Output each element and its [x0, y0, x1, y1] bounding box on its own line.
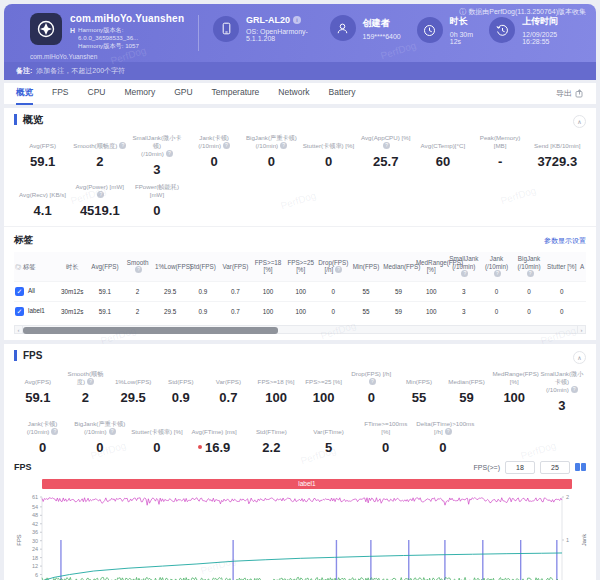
info-icon[interactable]: ?: [280, 142, 287, 149]
fps-stats-row2: Jank(卡顿)(/10min)?0BigJank(严重卡顿)(/10min)?…: [14, 420, 586, 455]
info-icon[interactable]: ?: [369, 378, 376, 385]
remark-label: 备注:: [16, 67, 32, 74]
remark-placeholder: 添加备注，不超过200个字符: [36, 67, 125, 74]
tab-cpu[interactable]: CPU: [88, 82, 106, 105]
info-icon[interactable]: ?: [119, 142, 126, 149]
stat-ftime>=100ms-%-: FTime>=100ms [%]0: [357, 420, 414, 455]
stat-medrange-fps-%-: MedRange(FPS)[%]100: [490, 370, 538, 413]
info-icon[interactable]: ?: [87, 378, 94, 385]
tab-概览[interactable]: 概览: [16, 82, 33, 105]
history-clock-icon: [489, 17, 515, 43]
info-icon[interactable]: ?: [335, 266, 342, 273]
stat-median-fps-: Median(FPS)59: [443, 370, 491, 413]
stat-avg-ctemp-c-: Avg(CTemp)[°C]60: [414, 134, 471, 177]
svg-text:FPS: FPS: [16, 534, 22, 545]
duration-value: 0h 30m 12s: [450, 31, 473, 45]
stat-stutter-%-: Stutter(卡顿率) [%]0: [128, 420, 185, 455]
info-icon[interactable]: ?: [109, 428, 116, 435]
stat-smooth-: Smooth(顺畅度)?2: [71, 134, 128, 177]
fps-line-chart[interactable]: 0612182430364248546101200:0001:3603:1204…: [14, 491, 594, 580]
info-icon[interactable]: ?: [445, 428, 452, 435]
overview-collapse-button[interactable]: ∧: [573, 115, 586, 128]
header-divider: [198, 15, 199, 51]
svg-text:61: 61: [32, 494, 38, 500]
creator-value: 159****6400: [363, 33, 401, 40]
fps-card: FPS ∧ Avg(FPS)59.1Smooth(顺畅度)?21%Low(FPS…: [4, 344, 596, 580]
info-icon[interactable]: ?: [494, 270, 501, 277]
device-info-icon[interactable]: i: [293, 16, 301, 24]
stat-avg-recv-kb-s-: Avg(Recv) [KB/s]4.1: [14, 183, 71, 218]
column-header-5: Std(FPS): [187, 252, 220, 281]
info-icon[interactable]: ?: [461, 270, 468, 277]
svg-text:54: 54: [32, 503, 38, 509]
column-header-13: SmallJank (/10min)?: [448, 252, 481, 281]
scroll-left-icon[interactable]: ‹: [14, 325, 23, 334]
tab-memory[interactable]: Memory: [124, 82, 155, 105]
svg-text:18: 18: [32, 554, 38, 560]
table-row-label1: ✓label130m12s59.1229.50.90.7100100055591…: [14, 301, 586, 321]
column-header-10: Min(FPS): [350, 252, 383, 281]
harmony-icon: H: [70, 27, 75, 50]
row-checkbox[interactable]: ✓: [15, 287, 24, 296]
creator-block: 创建者 159****6400: [330, 15, 401, 41]
stat-fpower-mw-: FPower(帧能耗) [mW]0: [128, 183, 185, 218]
svg-text:Jank: Jank: [581, 533, 587, 545]
overview-stats-row2: Avg(Recv) [KB/s]4.1Avg(Power) [mW]?4519.…: [14, 183, 586, 218]
fps-threshold-input-1[interactable]: [505, 461, 535, 474]
stat-send-kb-10min-: Send [KB/10min]3729.3: [529, 134, 586, 177]
app-name: com.miHoYo.Yuanshen: [70, 13, 184, 24]
info-icon[interactable]: ?: [166, 150, 173, 157]
info-icon[interactable]: ?: [97, 191, 104, 198]
remark-bar[interactable]: 备注:添加备注，不超过200个字符: [4, 62, 596, 80]
row-checkbox[interactable]: ✓: [15, 307, 24, 316]
column-header-7: FPS>=18 [%]: [252, 252, 285, 281]
alert-dot: [198, 445, 202, 449]
tab-gpu[interactable]: GPU: [174, 82, 192, 105]
stat-delta-ftime->100ms-h-: Delta(FTime)>100ms [/h]?0: [414, 420, 471, 455]
export-button[interactable]: 导出: [556, 88, 584, 99]
parameter-display-settings-link[interactable]: 参数显示设置: [544, 236, 586, 246]
column-header-4: 1%Low(FPS): [154, 252, 187, 281]
svg-text:36: 36: [32, 529, 38, 535]
app-icon: [30, 13, 62, 45]
scrollbar-thumb[interactable]: [23, 327, 278, 334]
info-icon[interactable]: ?: [135, 266, 142, 273]
tab-fps[interactable]: FPS: [52, 82, 69, 105]
stat-bigjank-: BigJank(严重卡顿)(/10min)?0: [71, 420, 128, 455]
visibility-icon[interactable]: ◎: [15, 263, 21, 270]
harmony-version-name: Harmony版本名: 6.0.0_36598533_36...: [78, 26, 184, 42]
scrollbar-track[interactable]: [23, 325, 577, 334]
tab-network[interactable]: Network: [278, 82, 309, 105]
svg-text:2: 2: [566, 494, 569, 500]
tab-temperature[interactable]: Temperature: [212, 82, 260, 105]
stat-min-fps-: Min(FPS)55: [395, 370, 443, 413]
column-header-17: A: [578, 252, 586, 281]
stat-smalljank-: SmallJank(微小卡顿)(/10min)?3: [538, 370, 586, 413]
scroll-right-icon[interactable]: ›: [577, 325, 586, 334]
clock-icon: [417, 17, 443, 43]
device-model: GRL-AL20: [246, 15, 290, 25]
overview-title: 概览: [14, 114, 586, 125]
info-icon[interactable]: ?: [571, 386, 578, 393]
fps-threshold-input-2[interactable]: [540, 461, 570, 474]
column-header-15: BigJank (/10min)?: [513, 252, 546, 281]
chart-display-toggle-icon[interactable]: [575, 463, 586, 471]
upload-time-block: 上传时间 12/09/2025 16:28:55: [489, 15, 568, 45]
stat-fps>=18-%-: FPS>=18 [%]100: [252, 370, 300, 413]
info-icon[interactable]: ?: [223, 142, 230, 149]
svg-text:42: 42: [32, 520, 38, 526]
stat-var-ftime-: Var(FTime)5: [300, 420, 357, 455]
info-icon[interactable]: ?: [383, 142, 390, 149]
svg-text:30: 30: [32, 537, 38, 543]
table-horizontal-scrollbar[interactable]: ‹ ›: [14, 325, 586, 334]
stat-peak-memory-mb-: Peak(Memory) [MB]-: [472, 134, 529, 177]
tab-battery[interactable]: Battery: [329, 82, 356, 105]
fps-collapse-button[interactable]: ∧: [573, 351, 586, 364]
harmony-version-code: Harmony版本号: 1057: [78, 42, 184, 50]
label1-band[interactable]: label1: [42, 479, 572, 489]
column-header-11: Median(FPS): [382, 252, 415, 281]
column-header-9: Drop(FPS) [/h]?: [317, 252, 350, 281]
info-icon[interactable]: ?: [527, 270, 534, 277]
stat-smalljank-: SmallJank(微小卡顿)(/10min)?3: [128, 134, 185, 177]
info-icon[interactable]: ?: [51, 428, 58, 435]
